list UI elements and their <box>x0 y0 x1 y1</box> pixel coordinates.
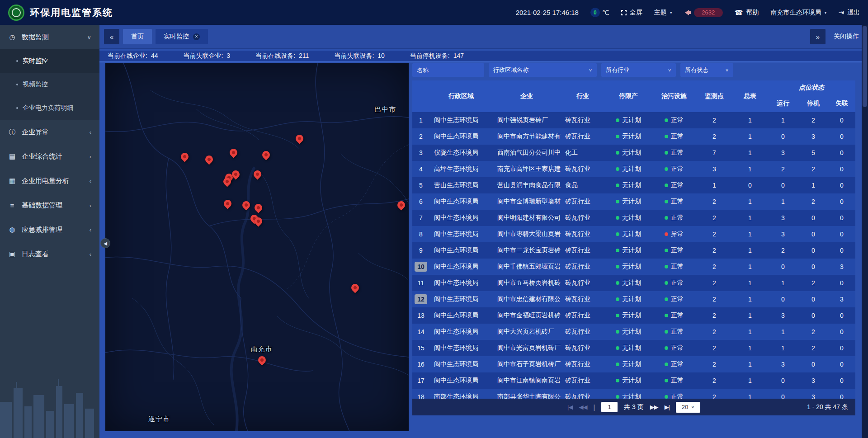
stat-item: 当前失联企业:3 <box>183 52 230 60</box>
industry-filter-select[interactable]: 所有行业 ∨ <box>601 63 676 77</box>
speaker-icon <box>684 10 691 15</box>
cell-meters: 1 <box>732 210 768 226</box>
phone-icon: ☎ <box>735 9 743 17</box>
cell-suspension: 无计划 <box>605 177 652 193</box>
help-button[interactable]: ☎ 帮助 <box>735 9 759 17</box>
sidebar-group-label: 日志查看 <box>22 250 49 259</box>
fullscreen-button[interactable]: 全屏 <box>621 9 642 17</box>
cell-industry: 砖瓦行业 <box>561 340 605 356</box>
prev-page-button[interactable]: ◀◀ <box>579 404 587 410</box>
tab-realtime[interactable]: 实时监控✕ <box>156 29 208 44</box>
sidebar-group-enterprise-stats[interactable]: ▤企业综合统计‹ <box>0 144 99 169</box>
table-row[interactable]: 1阆中生态环境局阆中强锐页岩砖厂砖瓦行业无计划正常21120 <box>412 112 855 128</box>
tab-close-icon[interactable]: ✕ <box>193 33 200 40</box>
table-row[interactable]: 7阆中生态环境局阆中明阳建材有限公司砖瓦行业无计划正常21300 <box>412 210 855 226</box>
cell-meters: 1 <box>732 372 768 389</box>
first-page-button[interactable]: |◀ <box>567 404 572 410</box>
table-row[interactable]: 6阆中生态环境局阆中市金博瑞新型墙材砖瓦行业无计划正常21120 <box>412 193 855 210</box>
cell-meters: 1 <box>732 128 768 145</box>
tabs-scroll-left-button[interactable]: « <box>104 29 119 44</box>
last-page-button[interactable]: ▶| <box>665 404 670 410</box>
cell-industry: 砖瓦行业 <box>561 112 605 128</box>
sidebar-group-log-view[interactable]: ▣日志查看‹ <box>0 242 99 266</box>
scrollbar-thumb[interactable] <box>863 26 867 107</box>
chevron-left-icon: ‹ <box>90 129 91 136</box>
cell-region: 营山生态环境局 <box>429 177 493 193</box>
close-operations-button[interactable]: 关闭操作 <box>834 33 859 41</box>
sidebar-group-emergency-reduction[interactable]: ◍应急减排管理‹ <box>0 217 99 242</box>
table-row[interactable]: 9阆中生态环境局阆中市二龙长宝页岩砖砖瓦行业无计划正常21200 <box>412 242 855 259</box>
table-row[interactable]: 8阆中生态环境局阆中市枣碧大梁山页岩砖瓦行业无计划异常21300 <box>412 226 855 242</box>
cell-running: 0 <box>768 389 798 399</box>
chevron-left-icon: ‹ <box>90 178 91 184</box>
table-row[interactable]: 4高坪生态环境局南充市高坪区王家店建砖瓦行业无计划正常31220 <box>412 161 855 177</box>
col-index <box>412 80 429 112</box>
cell-industry: 砖瓦行业 <box>561 307 605 324</box>
table-row[interactable]: 15阆中生态环境局阆中市光富页岩机砖厂砖瓦行业无计划正常21120 <box>412 340 855 356</box>
cell-points: 2 <box>696 210 732 226</box>
cell-industry: 砖瓦行业 <box>561 275 605 291</box>
cell-points: 2 <box>696 259 732 275</box>
status-dot-green <box>616 151 619 155</box>
status-dot-green <box>665 249 668 252</box>
sidebar-item-video-monitor[interactable]: 视频监控 <box>0 73 99 96</box>
region-filter-select[interactable]: 行政区域名称 ∨ <box>489 63 597 77</box>
stat-item: 当前失联设备:10 <box>334 52 384 60</box>
sidebar-group-enterprise-abnormal[interactable]: ⓘ企业异常‹ <box>0 120 99 144</box>
cell-index: 17 <box>412 372 429 389</box>
tab-home[interactable]: 首页 <box>123 29 152 44</box>
cell-facility: 正常 <box>652 340 696 356</box>
table-row[interactable]: 16阆中生态环境局阆中市石子页岩机砖厂砖瓦行业无计划正常21300 <box>412 356 855 372</box>
table-row[interactable]: 11阆中生态环境局阆中市五马桥页岩机砖砖瓦行业无计划正常21120 <box>412 275 855 291</box>
chart-icon: ▦ <box>8 177 16 185</box>
cell-facility: 正常 <box>652 161 696 177</box>
table-row[interactable]: 2阆中生态环境局阆中市南方节能建材有砖瓦行业无计划正常21030 <box>412 128 855 145</box>
stat-value: 211 <box>299 52 309 60</box>
name-filter-input[interactable] <box>412 63 484 77</box>
cell-enterprise: 营山县润丰肉食品有限 <box>493 177 561 193</box>
table-row[interactable]: 18南部生态环境局南部县张华土陶有限公砖瓦行业无计划正常21030 <box>412 389 855 399</box>
cell-facility: 正常 <box>652 275 696 291</box>
temperature-badge: 0 ℃ <box>590 8 609 17</box>
sidebar-group-base-data[interactable]: ≡基础数据管理‹ <box>0 193 99 217</box>
sidebar-item-realtime-monitor[interactable]: 实时监控 <box>0 49 99 73</box>
cell-offline: 0 <box>828 145 855 161</box>
window-scrollbar[interactable] <box>862 25 868 438</box>
cell-enterprise: 阆中强锐页岩砖厂 <box>493 112 561 128</box>
status-filter-select[interactable]: 所有状态 ∨ <box>680 63 733 77</box>
sidebar-group-power-analysis[interactable]: ▦企业用电量分析‹ <box>0 169 99 193</box>
cell-stopped: 2 <box>798 340 828 356</box>
database-icon: ≡ <box>8 202 16 209</box>
table-row[interactable]: 12阆中生态环境局阆中市忠信建材有限公砖瓦行业无计划正常21003 <box>412 291 855 307</box>
map-panel[interactable]: 巴中市南充市遂宁市 <box>105 63 409 431</box>
alert-counter[interactable]: 2632 <box>684 8 723 17</box>
chevron-left-icon: ‹ <box>90 202 91 209</box>
table-row[interactable]: 14阆中生态环境局阆中大兴页岩机砖厂砖瓦行业无计划正常21120 <box>412 324 855 340</box>
fullscreen-label: 全屏 <box>630 9 642 17</box>
cell-industry: 砖瓦行业 <box>561 372 605 389</box>
sidebar-group-data-monitoring[interactable]: ◷数据监测∨ <box>0 25 99 49</box>
org-dropdown[interactable]: 南充市生态环境局 ▾ <box>770 9 826 17</box>
table-row[interactable]: 17阆中生态环境局阆中市江南镇阆南页岩砖瓦行业无计划正常21030 <box>412 372 855 389</box>
page-size-select[interactable]: 20 ∨ <box>676 402 700 413</box>
tabs-scroll-right-button[interactable]: » <box>810 29 826 44</box>
sidebar-item-power-load-detail[interactable]: 企业电力负荷明细 <box>0 96 99 120</box>
page-input[interactable] <box>601 402 618 412</box>
help-label: 帮助 <box>746 9 759 17</box>
logout-button[interactable]: ⇥ 退出 <box>838 9 860 17</box>
theme-dropdown[interactable]: 主题 ▾ <box>654 9 672 17</box>
filter-bar: 行政区域名称 ∨ 所有行业 ∨ 所有状态 ∨ <box>412 63 855 77</box>
table-row[interactable]: 3仪陇生态环境局西南油气田分公司川中化工无计划正常71350 <box>412 145 855 161</box>
cell-meters: 1 <box>732 275 768 291</box>
chevron-down-icon: ∨ <box>589 68 592 72</box>
next-page-button[interactable]: ▶▶ <box>650 404 658 410</box>
map-collapse-handle[interactable]: ◀ <box>100 238 110 248</box>
cell-index: 15 <box>412 340 429 356</box>
table-row[interactable]: 13阆中生态环境局阆中市金福旺页岩机砖砖瓦行业无计划正常21300 <box>412 307 855 324</box>
cell-points: 3 <box>696 161 732 177</box>
cell-region: 阆中生态环境局 <box>429 275 493 291</box>
table-row[interactable]: 5营山生态环境局营山县润丰肉食品有限食品无计划正常10010 <box>412 177 855 193</box>
cell-region: 阆中生态环境局 <box>429 112 493 128</box>
table-row[interactable]: 10阆中生态环境局阆中千佛镇五郎垭页岩砖瓦行业无计划正常21003 <box>412 259 855 275</box>
cell-suspension: 无计划 <box>605 356 652 372</box>
